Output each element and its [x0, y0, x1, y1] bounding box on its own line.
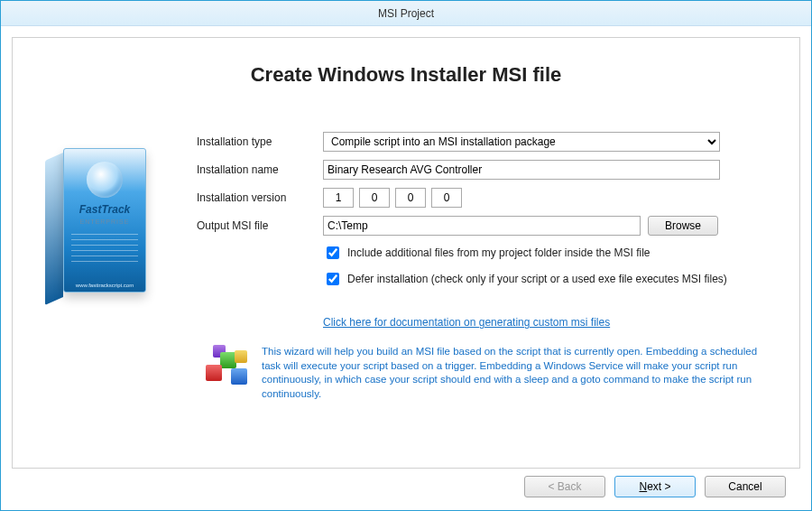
form-area: FastTrack ENTERPRISE www.fasttrackscript…	[32, 132, 780, 329]
include-files-label: Include additional files from my project…	[347, 246, 651, 259]
form-grid: Installation type Compile script into an…	[197, 132, 780, 329]
install-type-select[interactable]: Compile script into an MSI installation …	[323, 132, 720, 152]
include-files-checkbox[interactable]	[327, 246, 339, 259]
help-area: This wizard will help you build an MSI f…	[32, 345, 780, 401]
next-hotkey: N	[639, 480, 647, 493]
next-rest: ext >	[647, 480, 670, 493]
version-row	[323, 188, 780, 208]
back-button: < Back	[524, 476, 605, 497]
titlebar: MSI Project	[1, 1, 811, 26]
next-button[interactable]: Next >	[614, 476, 696, 497]
cancel-button[interactable]: Cancel	[705, 476, 786, 497]
documentation-link[interactable]: Click here for documentation on generati…	[323, 316, 780, 329]
defer-install-checkbox[interactable]	[327, 273, 339, 285]
page-title: Create Windows Installer MSI file	[32, 63, 780, 87]
install-type-label: Installation type	[197, 135, 314, 148]
window: MSI Project Create Windows Installer MSI…	[0, 0, 812, 511]
install-name-label: Installation name	[197, 163, 314, 176]
body-area: Create Windows Installer MSI file FastTr…	[1, 26, 811, 510]
wizard-panel: Create Windows Installer MSI file FastTr…	[12, 37, 800, 469]
defer-install-label: Defer installation (check only if your s…	[347, 273, 727, 285]
box-tag: ENTERPRISE	[64, 218, 145, 225]
defer-install-row: Defer installation (check only if your s…	[323, 270, 780, 288]
version-minor-input[interactable]	[359, 188, 390, 208]
output-path-input[interactable]	[323, 216, 641, 236]
help-text: This wizard will help you build an MSI f…	[262, 345, 780, 401]
output-file-label: Output MSI file	[197, 219, 314, 232]
button-bar: < Back Next > Cancel	[12, 476, 800, 499]
blocks-icon	[204, 345, 251, 388]
window-title: MSI Project	[378, 7, 434, 20]
box-brand: FastTrack	[64, 203, 145, 216]
product-box-art: FastTrack ENTERPRISE www.fasttrackscript…	[32, 132, 168, 329]
include-files-row: Include additional files from my project…	[323, 244, 780, 262]
version-build-input[interactable]	[395, 188, 426, 208]
version-major-input[interactable]	[323, 188, 354, 208]
box-footer: www.fasttrackscript.com	[64, 283, 145, 288]
output-row: Browse	[323, 216, 780, 236]
version-rev-input[interactable]	[431, 188, 462, 208]
box3d-icon: FastTrack ENTERPRISE www.fasttrackscript…	[42, 141, 150, 303]
install-version-label: Installation version	[197, 191, 314, 204]
install-name-input[interactable]	[323, 160, 720, 180]
browse-button[interactable]: Browse	[648, 216, 718, 236]
